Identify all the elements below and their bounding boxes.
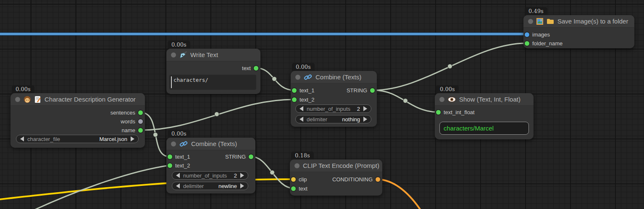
node-combine-texts-bottom[interactable]: 0.00s Combine (Texts) text_1 text_2 STRI…: [166, 138, 255, 193]
output-string[interactable]: STRING: [225, 152, 253, 161]
next-value-arrow-icon[interactable]: [240, 183, 244, 188]
output-dot-text[interactable]: [254, 66, 258, 71]
link-midpoint-dot[interactable]: [270, 170, 275, 175]
increment-arrow-icon[interactable]: [363, 106, 367, 111]
output-dot-name[interactable]: [138, 128, 143, 133]
output-label: CONDITIONING: [332, 176, 373, 183]
collapse-dot[interactable]: [171, 141, 176, 146]
node-graph-canvas[interactable]: 0.00s Character Description Generator se…: [0, 0, 644, 209]
person-icon: [24, 96, 31, 103]
output-conditioning[interactable]: CONDITIONING: [332, 175, 380, 183]
node-write-text[interactable]: 0.00s Write Text text characters/: [166, 49, 260, 94]
widget-label: number_of_inputs: [183, 172, 227, 179]
node-title: CLIP Text Encode (Prompt): [303, 162, 379, 169]
character-file-combo[interactable]: character_file Marcel.json: [16, 135, 139, 143]
output-string[interactable]: STRING: [347, 86, 375, 94]
link-midpoint-dot[interactable]: [448, 64, 452, 69]
collapse-dot[interactable]: [295, 75, 300, 80]
output-dot-words[interactable]: [138, 119, 143, 124]
next-value-arrow-icon[interactable]: [131, 136, 134, 141]
output-name[interactable]: name: [121, 126, 143, 134]
node-save-images-to-folder[interactable]: 0.49s Save Image(s) to a folder images f…: [523, 15, 634, 48]
node-title: Combine (Texts): [191, 140, 237, 147]
collapse-dot[interactable]: [528, 19, 533, 24]
input-label: text_1: [300, 87, 314, 94]
show-output-value: characters/Marcel: [444, 125, 494, 132]
input-text[interactable]: text: [291, 184, 308, 193]
input-dot-text-2[interactable]: [292, 97, 297, 102]
prev-value-arrow-icon[interactable]: [20, 136, 24, 141]
node-title-bar[interactable]: Character Description Generator: [11, 93, 145, 106]
node-title-bar[interactable]: Show (Text, Int, Float): [435, 93, 534, 106]
output-dot-string[interactable]: [249, 154, 253, 159]
input-text-1[interactable]: text_1: [292, 86, 314, 94]
decrement-arrow-icon[interactable]: [300, 106, 303, 111]
output-label: text: [242, 65, 251, 71]
output-sentences[interactable]: sentences: [110, 108, 143, 117]
output-dot-conditioning[interactable]: [376, 177, 380, 182]
increment-arrow-icon[interactable]: [240, 173, 244, 178]
output-label: STRING: [347, 87, 367, 94]
link-midpoint-dot[interactable]: [215, 112, 219, 117]
node-title-bar[interactable]: Combine (Texts): [291, 71, 377, 84]
collapse-dot[interactable]: [439, 97, 444, 102]
input-folder-name[interactable]: folder_name: [525, 39, 563, 47]
input-text-2[interactable]: text_2: [168, 161, 190, 170]
number-of-inputs-widget[interactable]: number_of_inputs 2: [295, 104, 371, 113]
execution-time-badge: 0.00s: [292, 63, 315, 71]
collapse-dot[interactable]: [15, 97, 20, 102]
link-offscreen-to-combine2: [21, 165, 169, 209]
node-title-bar[interactable]: Write Text: [166, 49, 260, 61]
widget-value: nothing: [342, 116, 360, 123]
link-midpoint-dot[interactable]: [272, 77, 277, 81]
next-value-arrow-icon[interactable]: [363, 117, 367, 122]
node-character-description-generator[interactable]: 0.00s Character Description Generator se…: [11, 93, 145, 148]
prev-value-arrow-icon[interactable]: [300, 117, 303, 122]
input-dot-images[interactable]: [525, 32, 529, 37]
input-dot-text-1[interactable]: [292, 88, 297, 93]
node-title-bar[interactable]: CLIP Text Encode (Prompt): [290, 159, 382, 172]
input-text-1[interactable]: text_1: [168, 152, 190, 161]
node-combine-texts-top[interactable]: 0.00s Combine (Texts) text_1 text_2 STRI…: [291, 71, 377, 127]
widget-value: newline: [218, 183, 237, 189]
output-label: name: [121, 127, 135, 133]
input-clip[interactable]: clip: [291, 175, 307, 183]
input-images[interactable]: images: [525, 30, 550, 39]
output-dot-string[interactable]: [370, 88, 375, 93]
show-output-display[interactable]: characters/Marcel: [439, 122, 529, 135]
image-icon: [536, 18, 543, 25]
input-dot-text-int-float[interactable]: [436, 110, 441, 115]
widget-label: character_file: [27, 136, 60, 142]
widget-label: delimiter: [307, 116, 327, 123]
node-title-bar[interactable]: Save Image(s) to a folder: [523, 15, 634, 28]
node-show-text-int-float[interactable]: 0.00s Show (Text, Int, Float) text_int_f…: [435, 93, 534, 139]
node-clip-text-encode[interactable]: 0.18s CLIP Text Encode (Prompt) clip tex…: [290, 159, 382, 196]
delimiter-widget[interactable]: delimiter newline: [172, 182, 248, 190]
collapse-dot[interactable]: [171, 52, 176, 57]
text-input-area[interactable]: characters/: [169, 75, 256, 90]
collapse-dot[interactable]: [294, 163, 300, 168]
prev-value-arrow-icon[interactable]: [176, 183, 180, 188]
input-text-2[interactable]: text_2: [292, 95, 314, 104]
folder-icon: [547, 18, 554, 24]
link-midpoint-dot[interactable]: [153, 133, 158, 137]
output-dot-sentences[interactable]: [138, 110, 143, 115]
input-dot-text-2[interactable]: [168, 163, 172, 168]
execution-time-badge: 0.00s: [168, 41, 190, 49]
delimiter-widget[interactable]: delimiter nothing: [295, 115, 371, 123]
input-dot-text-1[interactable]: [168, 154, 172, 159]
output-words[interactable]: words: [121, 117, 143, 125]
input-text-int-float[interactable]: text_int_float: [436, 108, 475, 116]
execution-time-badge: 0.18s: [291, 152, 314, 159]
node-title-bar[interactable]: Combine (Texts): [166, 138, 255, 150]
decrement-arrow-icon[interactable]: [176, 173, 180, 178]
input-dot-folder-name[interactable]: [525, 41, 529, 46]
input-dot-text[interactable]: [291, 186, 296, 191]
input-dot-clip[interactable]: [291, 177, 296, 182]
number-of-inputs-widget[interactable]: number_of_inputs 2: [172, 171, 248, 180]
input-label: text_2: [175, 162, 190, 169]
link-midpoint-dot[interactable]: [403, 99, 408, 103]
output-text[interactable]: text: [242, 64, 258, 72]
textarea-value: characters/: [173, 77, 208, 83]
widget-value: Marcel.json: [100, 136, 127, 142]
